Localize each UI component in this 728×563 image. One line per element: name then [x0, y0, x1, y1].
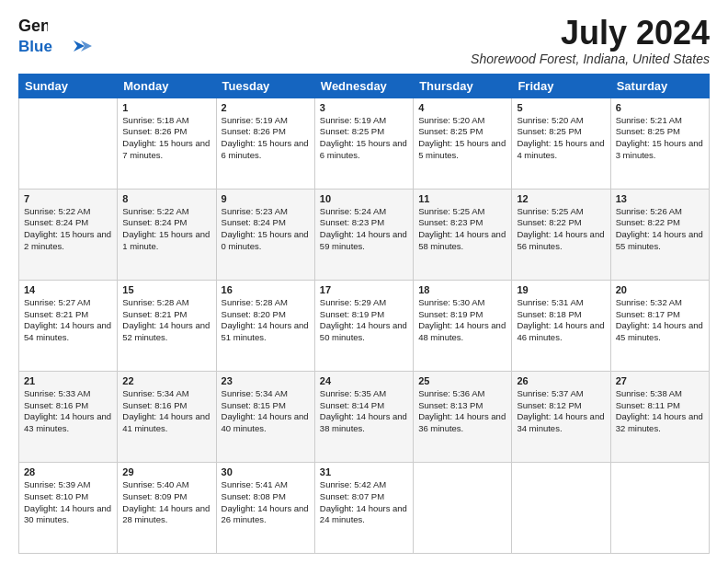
table-row: 4 Sunrise: 5:20 AMSunset: 8:25 PMDayligh…: [414, 98, 512, 189]
logo-bird-icon: Blue: [18, 37, 101, 57]
table-row: 17 Sunrise: 5:29 AMSunset: 8:19 PMDaylig…: [314, 280, 413, 371]
cell-info: Sunrise: 5:42 AMSunset: 8:07 PMDaylight:…: [320, 479, 407, 524]
day-number: 9: [222, 193, 310, 204]
cell-info: Sunrise: 5:21 AMSunset: 8:25 PMDaylight:…: [616, 115, 703, 160]
cell-info: Sunrise: 5:30 AMSunset: 8:19 PMDaylight:…: [418, 297, 506, 342]
table-row: 9 Sunrise: 5:23 AMSunset: 8:24 PMDayligh…: [216, 189, 314, 280]
table-row: 1 Sunrise: 5:18 AMSunset: 8:26 PMDayligh…: [118, 98, 216, 189]
cell-info: Sunrise: 5:23 AMSunset: 8:24 PMDaylight:…: [222, 206, 309, 251]
cell-info: Sunrise: 5:28 AMSunset: 8:20 PMDaylight:…: [222, 297, 309, 342]
day-number: 19: [517, 284, 605, 295]
cell-info: Sunrise: 5:22 AMSunset: 8:24 PMDaylight:…: [122, 206, 210, 251]
svg-text:General: General: [18, 17, 48, 35]
day-number: 6: [616, 102, 704, 113]
day-number: 14: [24, 284, 112, 295]
day-number: 23: [222, 375, 310, 386]
cell-info: Sunrise: 5:27 AMSunset: 8:21 PMDaylight:…: [24, 297, 111, 342]
table-row: 5 Sunrise: 5:20 AMSunset: 8:25 PMDayligh…: [512, 98, 610, 189]
cell-info: Sunrise: 5:41 AMSunset: 8:08 PMDaylight:…: [222, 479, 309, 524]
cell-info: Sunrise: 5:24 AMSunset: 8:23 PMDaylight:…: [320, 206, 407, 251]
table-row: 18 Sunrise: 5:30 AMSunset: 8:19 PMDaylig…: [414, 280, 512, 371]
day-number: 30: [222, 466, 310, 477]
table-row: 11 Sunrise: 5:25 AMSunset: 8:23 PMDaylig…: [414, 189, 512, 280]
table-row: 10 Sunrise: 5:24 AMSunset: 8:23 PMDaylig…: [314, 189, 413, 280]
table-row: 24 Sunrise: 5:35 AMSunset: 8:14 PMDaylig…: [314, 371, 413, 462]
cell-info: Sunrise: 5:34 AMSunset: 8:16 PMDaylight:…: [122, 388, 210, 433]
table-row: 14 Sunrise: 5:27 AMSunset: 8:21 PMDaylig…: [19, 280, 118, 371]
table-row: 22 Sunrise: 5:34 AMSunset: 8:16 PMDaylig…: [118, 371, 216, 462]
calendar-week-row: 1 Sunrise: 5:18 AMSunset: 8:26 PMDayligh…: [19, 98, 710, 189]
day-number: 22: [122, 375, 210, 386]
day-number: 5: [517, 102, 605, 113]
table-row: [610, 462, 709, 553]
cell-info: Sunrise: 5:19 AMSunset: 8:26 PMDaylight:…: [222, 115, 309, 160]
cell-info: Sunrise: 5:28 AMSunset: 8:21 PMDaylight:…: [122, 297, 210, 342]
day-number: 28: [24, 466, 112, 477]
cell-info: Sunrise: 5:40 AMSunset: 8:09 PMDaylight:…: [122, 479, 210, 524]
table-row: 30 Sunrise: 5:41 AMSunset: 8:08 PMDaylig…: [216, 462, 314, 553]
table-row: 21 Sunrise: 5:33 AMSunset: 8:16 PMDaylig…: [19, 371, 118, 462]
col-thursday: Thursday: [414, 74, 512, 98]
col-wednesday: Wednesday: [314, 74, 413, 98]
calendar-week-row: 28 Sunrise: 5:39 AMSunset: 8:10 PMDaylig…: [19, 462, 710, 553]
col-friday: Friday: [512, 74, 610, 98]
cell-info: Sunrise: 5:37 AMSunset: 8:12 PMDaylight:…: [517, 388, 604, 433]
day-number: 25: [418, 375, 506, 386]
day-number: 27: [616, 375, 704, 386]
table-row: 2 Sunrise: 5:19 AMSunset: 8:26 PMDayligh…: [216, 98, 314, 189]
day-number: 3: [320, 102, 408, 113]
logo: General Blue: [18, 15, 101, 57]
svg-text:Blue: Blue: [18, 38, 52, 55]
header-row: Sunday Monday Tuesday Wednesday Thursday…: [19, 74, 710, 98]
table-row: 16 Sunrise: 5:28 AMSunset: 8:20 PMDaylig…: [216, 280, 314, 371]
calendar-week-row: 21 Sunrise: 5:33 AMSunset: 8:16 PMDaylig…: [19, 371, 710, 462]
day-number: 4: [418, 102, 506, 113]
month-title: July 2024: [471, 15, 710, 52]
col-tuesday: Tuesday: [216, 74, 314, 98]
table-row: 6 Sunrise: 5:21 AMSunset: 8:25 PMDayligh…: [610, 98, 709, 189]
table-row: [512, 462, 610, 553]
table-row: 15 Sunrise: 5:28 AMSunset: 8:21 PMDaylig…: [118, 280, 216, 371]
col-saturday: Saturday: [610, 74, 709, 98]
day-number: 8: [122, 193, 210, 204]
cell-info: Sunrise: 5:33 AMSunset: 8:16 PMDaylight:…: [24, 388, 111, 433]
day-number: 20: [616, 284, 704, 295]
day-number: 1: [122, 102, 210, 113]
title-area: July 2024 Shorewood Forest, Indiana, Uni…: [471, 15, 710, 66]
cell-info: Sunrise: 5:38 AMSunset: 8:11 PMDaylight:…: [616, 388, 703, 433]
cell-info: Sunrise: 5:34 AMSunset: 8:15 PMDaylight:…: [222, 388, 309, 433]
cell-info: Sunrise: 5:25 AMSunset: 8:22 PMDaylight:…: [517, 206, 604, 251]
day-number: 11: [418, 193, 506, 204]
day-number: 17: [320, 284, 408, 295]
table-row: 3 Sunrise: 5:19 AMSunset: 8:25 PMDayligh…: [314, 98, 413, 189]
col-monday: Monday: [118, 74, 216, 98]
table-row: 20 Sunrise: 5:32 AMSunset: 8:17 PMDaylig…: [610, 280, 709, 371]
table-row: 31 Sunrise: 5:42 AMSunset: 8:07 PMDaylig…: [314, 462, 413, 553]
cell-info: Sunrise: 5:35 AMSunset: 8:14 PMDaylight:…: [320, 388, 407, 433]
table-row: 7 Sunrise: 5:22 AMSunset: 8:24 PMDayligh…: [19, 189, 118, 280]
day-number: 26: [517, 375, 605, 386]
day-number: 21: [24, 375, 112, 386]
calendar-week-row: 14 Sunrise: 5:27 AMSunset: 8:21 PMDaylig…: [19, 280, 710, 371]
table-row: 26 Sunrise: 5:37 AMSunset: 8:12 PMDaylig…: [512, 371, 610, 462]
cell-info: Sunrise: 5:18 AMSunset: 8:26 PMDaylight:…: [122, 115, 210, 160]
day-number: 10: [320, 193, 408, 204]
cell-info: Sunrise: 5:26 AMSunset: 8:22 PMDaylight:…: [616, 206, 703, 251]
cell-info: Sunrise: 5:39 AMSunset: 8:10 PMDaylight:…: [24, 479, 111, 524]
day-number: 2: [222, 102, 310, 113]
calendar-table: Sunday Monday Tuesday Wednesday Thursday…: [18, 74, 710, 554]
day-number: 29: [122, 466, 210, 477]
table-row: 8 Sunrise: 5:22 AMSunset: 8:24 PMDayligh…: [118, 189, 216, 280]
day-number: 18: [418, 284, 506, 295]
table-row: [414, 462, 512, 553]
cell-info: Sunrise: 5:31 AMSunset: 8:18 PMDaylight:…: [517, 297, 604, 342]
cell-info: Sunrise: 5:20 AMSunset: 8:25 PMDaylight:…: [418, 115, 506, 160]
day-number: 16: [222, 284, 310, 295]
cell-info: Sunrise: 5:25 AMSunset: 8:23 PMDaylight:…: [418, 206, 506, 251]
cell-info: Sunrise: 5:20 AMSunset: 8:25 PMDaylight:…: [517, 115, 604, 160]
table-row: 19 Sunrise: 5:31 AMSunset: 8:18 PMDaylig…: [512, 280, 610, 371]
header: General Blue July 2024 Shorewood Forest,…: [18, 15, 710, 66]
table-row: 25 Sunrise: 5:36 AMSunset: 8:13 PMDaylig…: [414, 371, 512, 462]
day-number: 12: [517, 193, 605, 204]
cell-info: Sunrise: 5:22 AMSunset: 8:24 PMDaylight:…: [24, 206, 111, 251]
